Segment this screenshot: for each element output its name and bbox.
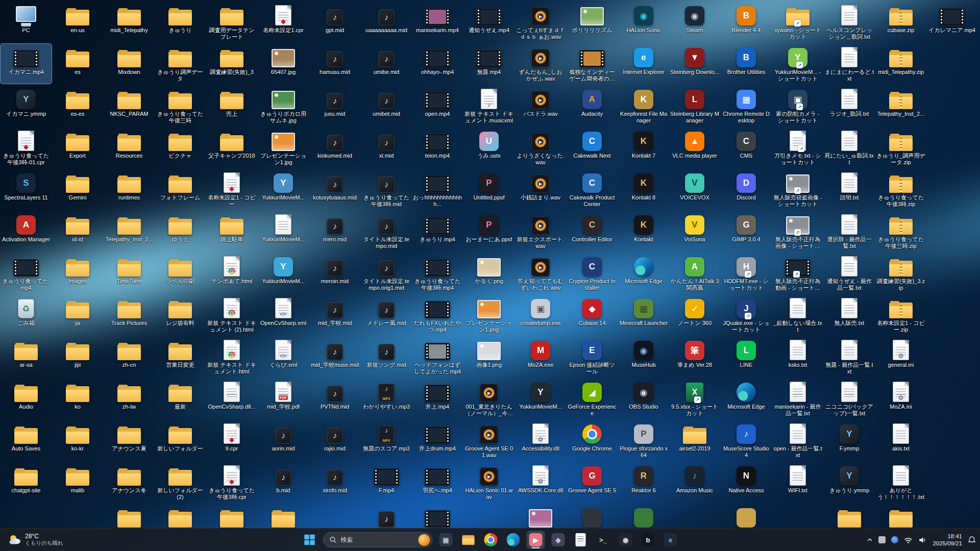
desktop-icon[interactable]: フォトフレーム [155, 169, 206, 209]
desktop-icon[interactable]: zh-cn [104, 337, 155, 377]
desktop-icon[interactable]: ↗syasinn - ショートカット [772, 2, 823, 42]
desktop-icon[interactable]: SSpectraLayers 11 [1, 169, 52, 209]
desktop-icon[interactable]: 調査練習(失敗)_3 [206, 44, 257, 84]
desktop-icon[interactable]: ◢GeForce Experience [567, 379, 618, 418]
desktop-icon[interactable]: 最新 [155, 379, 206, 418]
desktop-icon[interactable]: ♪きゅうり食ってた午後3時.mid [361, 169, 412, 209]
desktop-icon[interactable]: X↗9.5.xlsx - ショートカット [669, 379, 720, 418]
desktop-icon[interactable]: ♪kotusytuaaus.mid [309, 169, 360, 209]
desktop-icon[interactable]: zh-tw [104, 379, 155, 418]
desktop-icon[interactable]: Track Pictures [104, 295, 155, 335]
desktop-icon[interactable]: Resources [104, 128, 155, 167]
desktop-icon[interactable]: MMoZA.exe [515, 337, 566, 377]
desktop-icon[interactable]: open - 親作品一覧.txt [772, 420, 823, 460]
desktop-icon[interactable]: きゅうり食ってた午後3時.mp4 [412, 253, 463, 293]
desktop-icon[interactable]: きゅうり食ってた午後三時 [155, 86, 206, 126]
desktop-icon[interactable]: AActivation Manager [1, 211, 52, 251]
desktop-icon[interactable]: Yきゅうり.ymmp [824, 462, 875, 502]
desktop-icon[interactable]: ◆きゅうり食ってた午後3時.cpr [206, 462, 257, 502]
desktop-icon[interactable]: AWSSDK.Core.dll [515, 462, 566, 502]
clock[interactable]: 18:41 2025/09/21 [933, 533, 962, 547]
desktop-icon[interactable]: 死にたい_ゅ歌詞.txt [824, 128, 875, 167]
desktop-icon[interactable]: きゅうり [155, 2, 206, 42]
desktop-icon[interactable]: Aかんたん！AITalk 3 関西風 [669, 253, 720, 293]
desktop-icon[interactable]: Telepathy_Inst_2... [104, 211, 155, 251]
desktop-icon[interactable]: H↗HDDFMT.exe - ショートカット [721, 253, 772, 293]
hidden-icons-chevron[interactable] [867, 538, 873, 542]
desktop-icon[interactable]: YYukkuriMovieM... [258, 253, 309, 293]
desktop-icon[interactable]: </>OpenCvSharp.xml [258, 295, 309, 335]
desktop-icon[interactable]: ◆Cubase 14 [567, 295, 618, 335]
desktop-icon[interactable]: ja [52, 295, 103, 335]
desktop-icon[interactable]: ▶001_東北きりたん（ノーマル）_今じゃ... [463, 379, 514, 418]
desktop-icon[interactable]: midi_Telepathy.zip [875, 44, 926, 84]
desktop-icon[interactable]: 調査用データテンプレート [206, 2, 257, 42]
terminal[interactable]: >_ [594, 531, 612, 549]
desktop-icon[interactable]: LSteinberg Library Manager [669, 86, 720, 126]
desktop-icon[interactable]: ♪mid_学校.mid [309, 295, 360, 335]
desktop-icon[interactable]: DDiscord [721, 169, 772, 209]
desktop-icon[interactable]: F.mp4 [361, 462, 412, 502]
desktop-icon[interactable]: ♪umibet.mid [361, 86, 412, 126]
desktop-icon[interactable]: open.mp4 [412, 86, 463, 126]
desktop-icon[interactable]: だれもFXいれたやつ.mp4 [412, 295, 463, 335]
desktop-icon[interactable]: ♪MP3無題のスコア.mp3 [361, 420, 412, 460]
desktop-icon[interactable]: Microsoft Edge [721, 379, 772, 418]
notepad[interactable] [572, 531, 590, 549]
desktop-icon[interactable]: Google Chrome [567, 420, 618, 460]
desktop-icon[interactable]: Accessibility.dll [515, 420, 566, 460]
desktop-icon[interactable]: ▼Steinberg Downlo... [669, 44, 720, 84]
desktop-icon[interactable]: VVOICEVOX [669, 169, 720, 209]
desktop-icon[interactable]: ♪PVTNd.mid [309, 379, 360, 418]
desktop-icon[interactable]: OpenCvSharp.dll... [206, 379, 257, 418]
desktop-icon[interactable]: _起動しない場合.txt [772, 295, 823, 335]
desktop-icon[interactable]: en-us [52, 2, 103, 42]
desktop-icon[interactable]: ▣createdump.exe [515, 295, 566, 335]
desktop-icon[interactable]: CCMS [721, 128, 772, 167]
desktop-icon[interactable]: ♪メドレー風.mid [361, 295, 412, 335]
desktop-icon[interactable]: 羽尻へ.mp4 [412, 462, 463, 502]
desktop-icon[interactable]: ♪xl.mid [361, 128, 412, 167]
desktop-icon[interactable]: ▶こってぇhすまｄｆｄｓｂ ぁお.wav [515, 2, 566, 42]
desktop-icon[interactable]: ♪MuseScore Studio 4 [721, 420, 772, 460]
start-button[interactable] [301, 531, 319, 549]
desktop-icon[interactable]: PPlogue sforzando x64 [618, 420, 669, 460]
desktop-icon[interactable]: アナウンス夏 [104, 420, 155, 460]
desktop-icon[interactable]: jijii [52, 337, 103, 377]
desktop-icon[interactable]: ◆9.cpr [206, 420, 257, 460]
desktop-icon[interactable]: ▶Groove Agent SE 01.wav [463, 420, 514, 460]
desktop-icon[interactable]: 無題.mp4 [463, 44, 514, 84]
taskbar-app-10[interactable]: b [639, 531, 657, 549]
desktop-icon[interactable]: teion.mp4 [412, 128, 463, 167]
desktop-icon[interactable]: ▶よりうざくなった.wav [515, 128, 566, 167]
desktop-icon[interactable]: ♪タイトル未設定.tempo.mid [361, 211, 412, 251]
desktop-icon[interactable]: レジ袋有料 [155, 295, 206, 335]
desktop-icon[interactable]: YYukkuriMovieM... [515, 379, 566, 418]
desktop-icon[interactable]: 65407.jpg [258, 44, 309, 84]
desktop-icon[interactable]: ✓ノートン 360 [669, 295, 720, 335]
desktop-icon[interactable]: ゆうと [155, 211, 206, 251]
desktop-icon[interactable]: 新規 テキスト ドキュメント.html [206, 337, 257, 377]
desktop-icon[interactable]: ↗無人販売不正行為画像 - ショートカット [772, 211, 823, 251]
desktop-icon[interactable]: akis.txt [875, 420, 926, 460]
desktop[interactable]: PCen-usmidi_Telepathyきゅうり調査用データテンプレート◆名称… [0, 0, 980, 529]
desktop-icon[interactable]: ▶答え知っててもむずいわこれ.wav [515, 253, 566, 293]
desktop-icon[interactable]: ▶ずんだもん_しおかぜふ.wav [515, 44, 566, 84]
desktop-icon[interactable]: 売上 [206, 86, 257, 126]
desktop-icon[interactable]: ohhayo-.mp4 [412, 44, 463, 84]
desktop-icon[interactable]: 無題 - 親作品一覧.txt [824, 337, 875, 377]
desktop-icon[interactable]: ♪rajio.mid [309, 420, 360, 460]
desktop-icon[interactable]: KKontakt 7 [618, 128, 669, 167]
desktop-icon[interactable]: ◉MuseHub [618, 337, 669, 377]
desktop-icon[interactable]: ▣↗家の防犯カメラ - ショートカット [772, 86, 823, 126]
desktop-icon[interactable]: 新しいフォルダー [155, 420, 206, 460]
desktop-icon[interactable]: イカマニ.mp4 [1, 44, 52, 84]
desktop-icon[interactable]: ◆名称未設定1 - コピー [206, 169, 257, 209]
desktop-icon[interactable]: KKeepforest File Manager [618, 86, 669, 126]
desktop-icon[interactable]: ありがとう！！！！！！.txt [875, 462, 926, 502]
desktop-icon[interactable]: Y↗YukkuriMovieM... - ショートカット [772, 44, 823, 84]
desktop-icon[interactable]: Export [52, 128, 103, 167]
desktop-icon[interactable]: YukkuriMovieM... [258, 211, 309, 251]
desktop-icon[interactable]: manisekarin - 親作品一覧.txt [772, 379, 823, 418]
search-highlight-icon[interactable] [419, 534, 430, 546]
